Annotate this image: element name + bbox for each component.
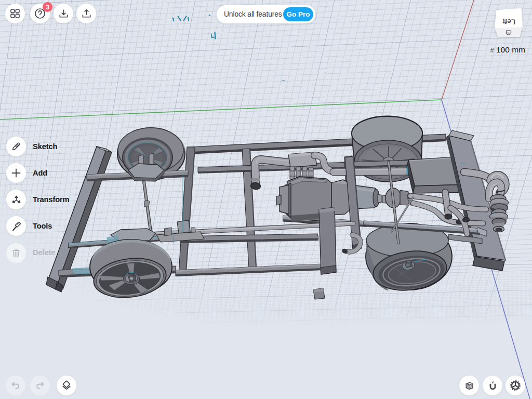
svg-text:Left: Left <box>502 17 515 25</box>
